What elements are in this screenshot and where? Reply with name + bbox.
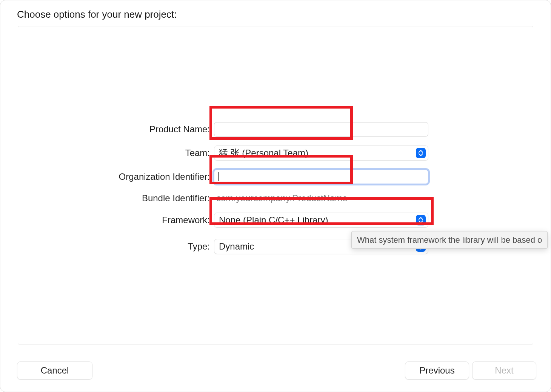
framework-tooltip: What system framework the library will b… [351, 231, 548, 249]
product-name-field[interactable] [214, 122, 428, 136]
row-bundle-id: Bundle Identifier: com.yourcompany.Produ… [0, 188, 551, 208]
row-org-id: Organization Identifier: [0, 167, 551, 187]
bundle-id-value: com.yourcompany.ProductName [214, 193, 428, 204]
next-button[interactable]: Next [472, 361, 536, 380]
row-framework: Framework: None (Plain C/C++ Library) [0, 210, 551, 230]
next-button-label: Next [495, 365, 513, 376]
organization-identifier-field[interactable] [214, 170, 428, 184]
cancel-button-label: Cancel [41, 365, 69, 376]
label-type: Type: [0, 241, 210, 252]
label-product-name: Product Name: [0, 124, 210, 135]
page-title: Choose options for your new project: [17, 9, 177, 20]
cancel-button[interactable]: Cancel [17, 361, 92, 380]
label-framework: Framework: [0, 215, 210, 225]
label-bundle-id: Bundle Identifier: [0, 193, 210, 204]
label-org-id: Organization Identifier: [0, 172, 210, 182]
framework-popup[interactable]: None (Plain C/C++ Library) [214, 213, 428, 228]
previous-button[interactable]: Previous [405, 361, 469, 380]
framework-value: None (Plain C/C++ Library) [219, 215, 328, 225]
updown-chevron-icon [416, 148, 426, 158]
text-caret-icon [218, 172, 219, 181]
team-popup[interactable]: 猛 张 (Personal Team) [214, 145, 428, 161]
type-value: Dynamic [219, 241, 254, 252]
label-team: Team: [0, 148, 210, 158]
updown-chevron-icon [416, 215, 426, 225]
new-project-options-sheet: Choose options for your new project: Pro… [0, 0, 551, 392]
row-product-name: Product Name: [0, 119, 551, 139]
team-value: 猛 张 (Personal Team) [219, 147, 308, 159]
previous-button-label: Previous [419, 365, 454, 376]
row-team: Team: 猛 张 (Personal Team) [0, 143, 551, 163]
